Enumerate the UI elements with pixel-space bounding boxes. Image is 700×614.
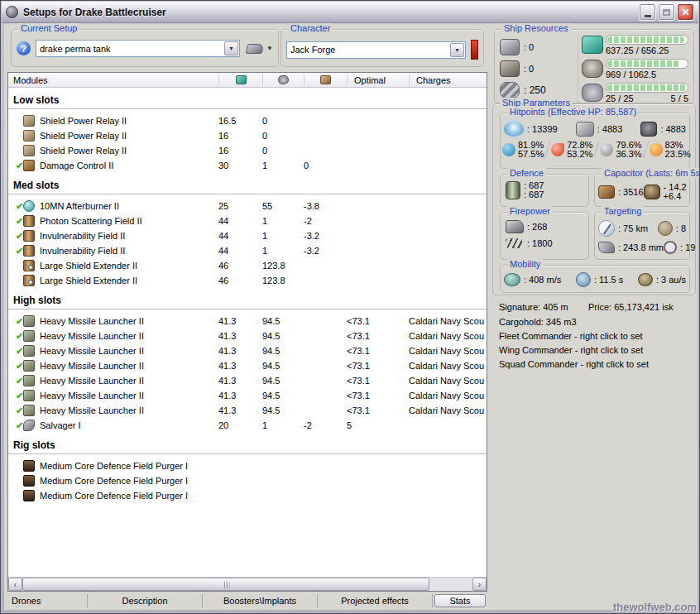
module-row[interactable]: Shield Power Relay II160 [8,128,487,143]
module-name: Photon Scattering Field II [40,216,212,226]
module-row[interactable]: ✔Heavy Missile Launcher II41.394.5<73.1C… [8,358,487,373]
modules-list-body: Low slotsShield Power Relay II16.50Shiel… [8,88,487,577]
module-value: 44 [212,216,256,226]
fleet-commander-line[interactable]: Fleet Commander - right click to set [499,331,643,341]
ship-menu-button[interactable]: ▼ [247,44,273,54]
warp-speed-icon [638,273,653,286]
module-row[interactable]: ✔Heavy Missile Launcher II41.394.5<73.1C… [8,314,487,329]
help-icon[interactable]: ? [17,41,31,55]
missile-launcher-icon [23,360,35,372]
column-modules[interactable]: Modules [8,74,218,86]
structure-hp-icon [640,122,657,137]
warp-speed-value: : 3 au/s [656,275,686,285]
column-capacitor[interactable] [304,74,347,86]
targeting-range-icon [598,220,615,237]
hardener-icon [23,230,35,242]
module-name: Heavy Missile Launcher II [40,376,212,386]
module-row[interactable]: Shield Power Relay II16.50 [8,113,487,128]
module-row[interactable]: ✔Photon Scattering Field II441-2 [8,213,487,228]
module-row[interactable]: ✔Heavy Missile Launcher II41.394.5<73.1C… [8,388,487,403]
tab-boosters-implants[interactable]: Boosters\Implants [203,594,318,607]
ship-resources-label: Ship Resources [501,23,571,33]
squad-commander-line[interactable]: Squad Commander - right click to set [499,359,649,369]
module-row[interactable]: ✔Damage Control II3010 [8,158,487,173]
column-powergrid[interactable] [262,74,304,86]
module-row[interactable]: ✔Heavy Missile Launcher II41.394.5<73.1C… [8,329,487,343]
module-value: 94.5 [256,316,297,326]
column-charges[interactable]: Charges [409,74,487,86]
module-name: Heavy Missile Launcher II [40,391,212,401]
client-area: Current Setup ? drake perma tank ▼ ▼ Cha… [4,24,698,610]
section-underline [8,108,487,109]
active-check-icon: ✔ [8,403,20,418]
close-button[interactable]: ✕ [677,3,694,21]
module-value: 0 [256,116,297,126]
wing-commander-line[interactable]: Wing Commander - right click to set [499,345,643,355]
scroll-left-button[interactable]: ‹ [8,578,22,591]
active-check-icon: ✔ [8,243,20,258]
modules-list-header[interactable]: Modules Optimal Charges [8,73,487,88]
tab-description[interactable]: Description [88,594,203,607]
thermal-resist-icon [551,143,564,156]
scrollbar-thumb[interactable] [22,578,429,591]
module-value: 0 [256,131,297,141]
setup-dropdown-arrow-icon[interactable]: ▼ [224,41,238,55]
module-name: Medium Core Defence Field Purger I [40,491,212,501]
module-value: 94.5 [256,331,297,341]
module-row[interactable]: Medium Core Defence Field Purger I [8,473,487,488]
scroll-right-button[interactable]: › [472,578,487,591]
column-cpu[interactable] [218,74,262,86]
tab-drones[interactable]: Drones [7,594,88,607]
module-row[interactable]: ✔Salvager I201-25 [8,418,487,433]
module-value: <73.1 [340,391,402,401]
module-row[interactable]: Shield Power Relay II160 [8,143,487,158]
minimize-button[interactable] [639,3,656,21]
shield-power-relay-icon [23,145,35,156]
column-optimal[interactable]: Optimal [347,74,409,86]
capacitor-amount-value: : 3516 [618,187,644,197]
character-dropdown-arrow-icon[interactable]: ▼ [450,43,464,57]
character-combobox[interactable]: Jack Forge ▼ [286,41,466,59]
module-value: 41.3 [212,391,256,401]
module-name: Heavy Missile Launcher II [40,316,212,326]
firepower-group: Firepower : 268 : 1800 [500,212,589,260]
signature-value: Signature: 405 m [499,302,568,312]
ship-resources-group: Ship Resources : 0 : 0 : 250 637.25 / 65… [494,29,694,103]
horizontal-scrollbar[interactable]: ‹ › [8,577,487,591]
module-row[interactable]: Large Shield Extender II46123.8 [8,273,487,288]
max-velocity-value: : 408 m/s [524,275,561,285]
shield-power-relay-icon [23,115,35,127]
align-time-value: : 11.5 s [594,275,623,285]
module-row[interactable]: Medium Core Defence Field Purger I [8,488,487,503]
tab-stats[interactable]: Stats [434,594,486,607]
module-row[interactable]: ✔Heavy Missile Launcher II41.394.5<73.1C… [8,343,487,358]
capacitor-amount-icon [598,185,615,199]
module-value: 94.5 [256,391,297,401]
module-name: Invulnerability Field II [40,231,212,241]
missile-launcher-icon [23,330,35,342]
volley-value: : 268 [527,222,547,232]
module-value: <73.1 [340,405,402,415]
module-charge: Caldari Navy Scou [402,316,487,326]
module-row[interactable]: ✔Heavy Missile Launcher II41.394.5<73.1C… [8,403,487,418]
module-value: -2 [297,420,340,430]
scrollbar-track[interactable] [22,578,472,591]
setup-combobox[interactable]: drake perma tank ▼ [36,40,240,57]
module-row[interactable]: ✔10MN Afterburner II2555-3.8 [8,199,487,213]
maximize-button[interactable] [658,3,675,21]
module-value: 46 [212,276,256,285]
module-value: 1 [256,216,297,226]
module-row[interactable]: ✔Invulnerability Field II441-3.2 [8,243,487,258]
titlebar[interactable]: Setups for Drake Battlecruiser ✕ [2,2,698,23]
active-check-icon: ✔ [8,213,20,228]
module-row[interactable]: Large Shield Extender II46123.8 [8,258,487,273]
module-value: 46 [212,261,256,271]
module-name: 10MN Afterburner II [40,201,212,211]
tab-projected-effects[interactable]: Projected effects [318,594,433,607]
module-row[interactable]: ✔Heavy Missile Launcher II41.394.5<73.1C… [8,373,487,388]
module-name: Heavy Missile Launcher II [40,331,212,341]
module-row[interactable]: ✔Invulnerability Field II441-3.2 [8,228,487,243]
module-row[interactable]: Medium Core Defence Field Purger I [8,458,487,473]
modules-list[interactable]: Modules Optimal Charges Low slotsShield … [7,72,487,592]
rig-icon [23,460,35,472]
